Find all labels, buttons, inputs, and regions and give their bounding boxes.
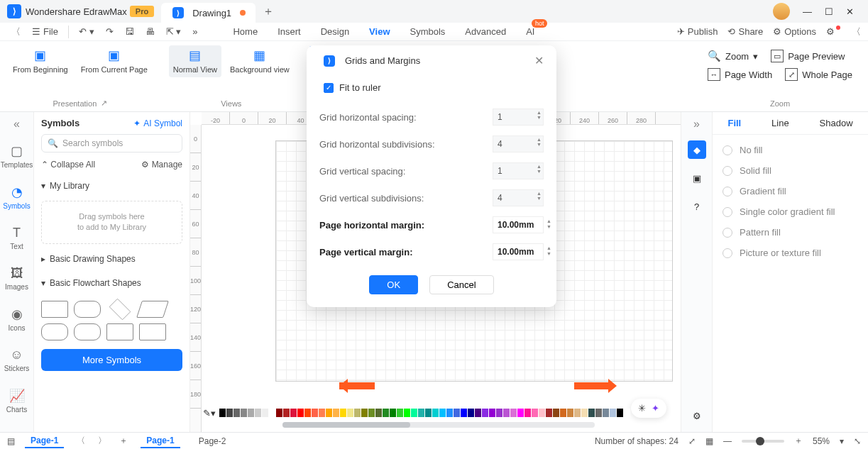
- color-swatch[interactable]: [234, 409, 240, 417]
- color-swatch[interactable]: [468, 409, 474, 417]
- new-tab-button[interactable]: ＋: [263, 4, 274, 19]
- eyedropper-icon[interactable]: ✎▾: [203, 408, 216, 418]
- print-icon[interactable]: 🖶: [141, 24, 159, 39]
- color-swatch[interactable]: [283, 409, 290, 417]
- color-swatch[interactable]: [404, 409, 410, 417]
- help-icon[interactable]: ?: [688, 197, 706, 216]
- save-icon[interactable]: 🖫: [121, 24, 138, 39]
- settings-gear-icon[interactable]: ⚙: [688, 406, 706, 425]
- color-swatch[interactable]: [581, 409, 588, 417]
- zoom-dropdown-icon[interactable]: ▾: [840, 436, 844, 446]
- color-swatch[interactable]: [553, 409, 559, 417]
- zoom-value[interactable]: 55%: [813, 436, 830, 446]
- expand-ribbon-button[interactable]: 〈: [852, 26, 861, 38]
- expand-rail-button[interactable]: «: [13, 118, 20, 131]
- color-swatch[interactable]: [439, 409, 446, 417]
- background-view-button[interactable]: ▦Background view: [226, 45, 294, 77]
- number-input[interactable]: 1▲▼: [493, 109, 544, 126]
- color-swatch[interactable]: [290, 409, 297, 417]
- rail-icons[interactable]: ◉Icons: [0, 304, 33, 335]
- color-swatch[interactable]: [262, 409, 268, 417]
- fill-option[interactable]: Pattern fill: [723, 227, 858, 238]
- color-swatch[interactable]: [532, 409, 538, 417]
- rail-text[interactable]: TText: [0, 223, 33, 253]
- fullscreen-icon[interactable]: ⤡: [854, 436, 861, 446]
- color-swatch[interactable]: [560, 409, 566, 417]
- cancel-button[interactable]: Cancel: [429, 275, 493, 294]
- tab-advanced[interactable]: Advanced: [465, 26, 506, 37]
- fill-option[interactable]: Picture or texture fill: [723, 248, 858, 258]
- tab-ai[interactable]: AI: [526, 26, 534, 37]
- color-swatch[interactable]: [368, 409, 375, 417]
- section-basic-shapes[interactable]: ▸ Basic Drawing Shapes: [41, 250, 182, 268]
- tab-design[interactable]: Design: [321, 26, 349, 37]
- page-1-tab[interactable]: Page-1: [25, 434, 64, 448]
- ai-symbol-button[interactable]: ✦ AI Symbol: [133, 118, 182, 128]
- color-swatch[interactable]: [574, 409, 581, 417]
- color-swatch[interactable]: [595, 409, 602, 417]
- whole-page-button[interactable]: ⤢Whole Page: [785, 68, 852, 81]
- color-swatch[interactable]: [510, 409, 517, 417]
- shape-terminator[interactable]: [41, 323, 68, 340]
- color-swatch[interactable]: [276, 409, 282, 417]
- more-symbols-button[interactable]: More Symbols: [41, 349, 182, 371]
- ok-button[interactable]: OK: [369, 275, 418, 294]
- tab-view[interactable]: View: [369, 26, 390, 37]
- tab-symbols[interactable]: Symbols: [410, 26, 446, 37]
- maximize-button[interactable]: ☐: [825, 6, 833, 17]
- fill-tool-icon[interactable]: ◆: [688, 140, 706, 159]
- color-swatch[interactable]: [312, 409, 318, 417]
- color-swatch[interactable]: [567, 409, 573, 417]
- color-swatch[interactable]: [326, 409, 332, 417]
- number-input[interactable]: 4▲▼: [493, 189, 544, 206]
- fill-option[interactable]: Gradient fill: [723, 186, 858, 196]
- horizontal-scrollbar[interactable]: [282, 422, 595, 428]
- color-swatch[interactable]: [496, 409, 502, 417]
- color-swatch[interactable]: [603, 409, 609, 417]
- tab-shadow[interactable]: Shadow: [820, 118, 853, 128]
- library-dropzone[interactable]: Drag symbols hereto add to My Library: [41, 201, 182, 244]
- undo-button[interactable]: ↶ ▾: [75, 24, 99, 39]
- avatar[interactable]: [773, 3, 790, 20]
- color-swatch[interactable]: [482, 409, 488, 417]
- color-swatch[interactable]: [503, 409, 510, 417]
- tab-line[interactable]: Line: [771, 118, 789, 128]
- color-swatch[interactable]: [219, 409, 226, 417]
- color-swatch[interactable]: [248, 409, 254, 417]
- grid-toggle-icon[interactable]: ▦: [705, 436, 713, 446]
- color-swatch[interactable]: [418, 409, 424, 417]
- color-swatch[interactable]: [588, 409, 595, 417]
- shape-parallelogram[interactable]: [136, 301, 169, 318]
- color-swatch[interactable]: [269, 409, 275, 417]
- close-button[interactable]: ✕: [846, 6, 854, 17]
- text-input[interactable]: 10.00mm▲▼: [493, 216, 544, 233]
- color-swatch[interactable]: [340, 409, 346, 417]
- number-input[interactable]: 1▲▼: [493, 162, 544, 179]
- fit-to-ruler-checkbox[interactable]: ✓Fit to ruler: [319, 79, 544, 96]
- page-tab-1[interactable]: Page-1: [141, 434, 180, 448]
- tab-fill[interactable]: Fill: [727, 118, 741, 128]
- dialog-close-button[interactable]: ✕: [534, 54, 544, 67]
- color-swatch[interactable]: [610, 409, 616, 417]
- pages-icon[interactable]: ▤: [7, 436, 15, 446]
- more-icon[interactable]: »: [188, 24, 202, 39]
- fill-option[interactable]: Solid fill: [723, 165, 858, 176]
- zoom-out-button[interactable]: —: [723, 436, 732, 446]
- tab-home[interactable]: Home: [233, 26, 258, 37]
- color-swatch[interactable]: [411, 409, 417, 417]
- color-swatch[interactable]: [226, 409, 233, 417]
- shape-rect[interactable]: [41, 301, 68, 318]
- notif-button[interactable]: ⚙: [826, 26, 842, 37]
- search-input[interactable]: 🔍 Search symbols: [41, 134, 182, 153]
- page-nav-next[interactable]: 〉: [98, 435, 106, 447]
- share-button[interactable]: ⟲ Share: [727, 26, 763, 37]
- fit-icon[interactable]: ⤢: [688, 436, 696, 446]
- color-swatch[interactable]: [397, 409, 403, 417]
- shape-subprocess[interactable]: [106, 323, 133, 340]
- rail-stickers[interactable]: ☺Stickers: [0, 345, 33, 375]
- shape-roundrect[interactable]: [74, 301, 101, 318]
- page-preview-button[interactable]: ▭Page Preview: [771, 50, 845, 62]
- color-swatch[interactable]: [304, 409, 311, 417]
- color-swatch[interactable]: [361, 409, 368, 417]
- rail-templates[interactable]: ▢Templates: [0, 140, 33, 172]
